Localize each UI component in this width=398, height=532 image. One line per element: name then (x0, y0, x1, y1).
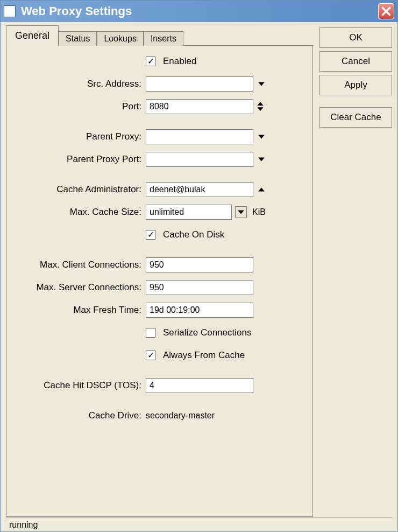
port-spinner[interactable] (257, 99, 264, 114)
tab-status[interactable]: Status (59, 31, 97, 46)
cache-drive-label: Cache Drive: (14, 410, 146, 421)
cache-admin-label: Cache Administrator: (14, 184, 146, 195)
max-client-conn-label: Max. Client Connections: (14, 260, 146, 270)
serialize-connections-label: Serialize Connections (159, 327, 251, 338)
max-fresh-time-label: Max Fresh Time: (14, 305, 146, 316)
max-server-conn-label: Max. Server Connections: (14, 282, 146, 293)
window: Web Proxy Settings General Status Lookup… (0, 0, 398, 532)
serialize-connections-checkbox[interactable] (146, 328, 155, 338)
clear-cache-button[interactable]: Clear Cache (319, 107, 392, 128)
chevron-down-icon (257, 107, 264, 111)
parent-proxy-input[interactable] (146, 129, 253, 144)
cache-drive-value (146, 408, 253, 423)
enabled-label: Enabled (159, 56, 196, 67)
max-fresh-time-input[interactable] (146, 303, 253, 318)
cache-on-disk-label: Cache On Disk (159, 229, 224, 240)
tab-lookups[interactable]: Lookups (97, 31, 144, 46)
always-from-cache-checkbox[interactable] (146, 351, 155, 360)
status-bar: running (6, 517, 392, 531)
cache-admin-collapse[interactable] (257, 182, 266, 197)
window-body: General Status Lookups Inserts Enabled (1, 22, 397, 531)
titlebar: Web Proxy Settings (1, 1, 397, 22)
enabled-checkbox[interactable] (146, 57, 155, 66)
close-button[interactable] (378, 3, 394, 19)
chevron-down-icon (237, 208, 245, 216)
max-client-conn-input[interactable] (146, 257, 253, 272)
chevron-up-icon (257, 101, 264, 106)
app-icon (4, 5, 16, 17)
max-cache-size-unit: KiB (252, 207, 266, 217)
max-cache-size-input[interactable] (146, 205, 232, 220)
chevron-down-icon (258, 156, 265, 163)
parent-proxy-label: Parent Proxy: (14, 131, 146, 142)
close-icon (381, 6, 391, 16)
ok-button[interactable]: OK (319, 27, 392, 48)
parent-proxy-port-input[interactable] (146, 152, 253, 167)
apply-button[interactable]: Apply (319, 75, 392, 95)
chevron-up-icon (258, 186, 265, 193)
parent-proxy-dropdown[interactable] (257, 129, 266, 144)
button-column: OK Cancel Apply Clear Cache (319, 27, 392, 517)
parent-proxy-port-dropdown[interactable] (257, 152, 266, 167)
tab-inserts[interactable]: Inserts (144, 31, 183, 46)
src-address-dropdown[interactable] (257, 76, 266, 92)
max-cache-size-label: Max. Cache Size: (14, 207, 146, 218)
src-address-label: Src. Address: (14, 79, 146, 89)
parent-proxy-port-label: Parent Proxy Port: (14, 154, 146, 165)
tab-strip: General Status Lookups Inserts (6, 27, 313, 46)
cache-on-disk-checkbox[interactable] (146, 230, 155, 240)
tab-panel-general: Enabled Src. Address: Port: (6, 45, 313, 517)
port-label: Port: (14, 101, 146, 112)
src-address-input[interactable] (146, 76, 253, 92)
cache-admin-input[interactable] (146, 182, 253, 197)
port-input[interactable] (146, 99, 253, 114)
max-cache-size-dropdown[interactable] (235, 206, 247, 218)
max-server-conn-input[interactable] (146, 280, 253, 295)
always-from-cache-label: Always From Cache (159, 350, 245, 361)
cancel-button[interactable]: Cancel (319, 51, 392, 72)
window-title: Web Proxy Settings (21, 4, 378, 18)
cache-hit-dscp-label: Cache Hit DSCP (TOS): (14, 380, 146, 391)
cache-hit-dscp-input[interactable] (146, 378, 253, 393)
tab-general[interactable]: General (6, 25, 59, 46)
chevron-down-icon (258, 133, 265, 141)
chevron-down-icon (258, 80, 265, 88)
status-text: running (9, 520, 38, 530)
